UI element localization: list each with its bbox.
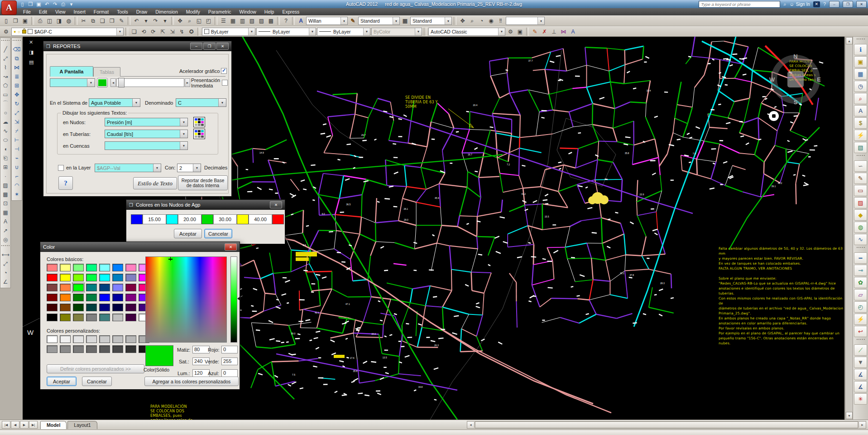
basic-color-27[interactable] xyxy=(86,294,97,301)
copy-icon[interactable]: ⧉ xyxy=(88,16,98,26)
modify-extend-icon[interactable]: ⊢ xyxy=(12,135,21,144)
tab-a-pantalla[interactable]: A Pantalla xyxy=(50,66,93,77)
decimales-combo[interactable]: 2▼ xyxy=(177,164,201,172)
reportes-minimize-button[interactable]: – xyxy=(190,43,202,50)
print-preview-icon[interactable]: ◫ xyxy=(45,16,54,26)
compass-hub[interactable] xyxy=(787,71,804,87)
chart-tool-icon[interactable]: ∿ xyxy=(854,234,867,245)
tuberias-combo-arrow[interactable]: ▼ xyxy=(180,130,187,138)
qat-options-icon[interactable]: ▾ xyxy=(68,1,75,7)
layer-isolate-icon[interactable]: ⇱ xyxy=(158,27,168,36)
basic-color-10[interactable] xyxy=(73,274,84,281)
basic-color-14[interactable] xyxy=(125,274,136,281)
basic-color-33[interactable] xyxy=(60,304,71,311)
make-object-layer-current-icon[interactable]: ❏ xyxy=(129,27,139,36)
draw-line-icon[interactable]: ╱ xyxy=(1,45,10,53)
color-cancelar-button[interactable]: Cancelar xyxy=(82,377,112,386)
dim-radius-icon[interactable]: ◔ xyxy=(1,268,10,277)
layer-previous-icon[interactable]: ⟲ xyxy=(139,27,149,36)
redo-icon[interactable]: ↷ xyxy=(151,16,160,26)
layer-name-combo-arrow[interactable]: ▼ xyxy=(153,164,161,172)
modify-explode-icon[interactable]: ✶ xyxy=(12,190,21,198)
modify-stretch-icon[interactable]: ⇲ xyxy=(12,117,21,126)
navigation-compass[interactable]: N W E S xyxy=(771,55,820,104)
draw-make-block-icon[interactable]: ⊞ xyxy=(1,163,10,171)
node-edit-tool-icon[interactable]: ✎ xyxy=(854,173,867,184)
scale-value-2[interactable]: 30.00 xyxy=(213,214,237,224)
modify-erase-icon[interactable]: ⌫ xyxy=(12,45,21,53)
toolbar-grip[interactable] xyxy=(13,40,21,43)
dim-linear-icon[interactable]: ⟷ xyxy=(1,250,10,259)
color-control-combo[interactable]: ByLayer▼ xyxy=(202,28,255,36)
basic-color-20[interactable] xyxy=(99,284,110,291)
modify-move-icon[interactable]: ✥ xyxy=(12,90,21,99)
draw-mtext-icon[interactable]: A xyxy=(1,217,10,226)
basic-color-8[interactable] xyxy=(47,274,58,281)
scroll-right-button[interactable]: ► xyxy=(858,422,866,428)
dim-style-combo[interactable]: Standard▼ xyxy=(358,17,400,25)
pipe-tool-icon[interactable]: ━ xyxy=(854,252,867,264)
qat-print-icon[interactable]: ⎙ xyxy=(60,1,67,7)
modify-fillet-icon[interactable]: ◠ xyxy=(12,181,21,189)
custom-color-9[interactable] xyxy=(60,345,71,353)
basic-color-9[interactable] xyxy=(60,274,71,281)
basic-color-40[interactable] xyxy=(47,314,58,321)
layer-states-icon[interactable]: ⟳ xyxy=(149,27,158,36)
reportes-close-button[interactable]: ✕ xyxy=(216,43,229,50)
table-report-tool-icon[interactable]: ▦ xyxy=(854,68,867,80)
slider-left-arrow[interactable]: ◄ xyxy=(110,78,116,87)
tuberias-combo[interactable]: Caudal [lt/s]▼ xyxy=(105,130,188,138)
azul-input[interactable]: 0 xyxy=(221,369,238,377)
menu-draw[interactable]: Draw xyxy=(132,9,152,15)
basic-color-13[interactable] xyxy=(112,274,123,281)
luminance-marker[interactable] xyxy=(237,296,240,301)
scale-combo-arrow[interactable]: ▼ xyxy=(87,79,95,87)
basic-color-2[interactable] xyxy=(73,264,84,271)
hue-saturation-field[interactable] xyxy=(145,256,227,343)
sistema-combo[interactable]: Agua Potable▼ xyxy=(89,98,140,107)
scale-slider-track[interactable] xyxy=(116,78,184,87)
workspace-combo-arrow[interactable]: ▼ xyxy=(498,28,505,35)
nudos-color-palette-button[interactable] xyxy=(193,117,205,127)
menu-edit[interactable]: Edit xyxy=(35,9,51,15)
luminance-bar[interactable] xyxy=(230,256,237,343)
menu-express[interactable]: Express xyxy=(278,9,303,15)
exchange-icon[interactable]: ✕ xyxy=(813,1,820,7)
modify-mirror-icon[interactable]: ⋈ xyxy=(12,63,21,72)
next-tab-button[interactable]: ▶ xyxy=(20,421,29,429)
image-tool-icon[interactable]: ▧ xyxy=(854,142,867,153)
tab-layout1[interactable]: Layout1 xyxy=(67,421,97,429)
definir-colores-button[interactable]: Definir colores personalizados >> xyxy=(47,364,144,373)
basic-color-22[interactable] xyxy=(125,284,136,291)
sheet-set-manager-icon[interactable]: ▧ xyxy=(247,16,257,26)
table-style-combo-arrow[interactable]: ▼ xyxy=(445,17,451,24)
zoom-tool-icon[interactable]: ⌕ xyxy=(467,16,477,26)
menu-file[interactable]: File xyxy=(19,9,35,15)
basic-color-38[interactable] xyxy=(125,304,136,311)
verde-input[interactable]: 255 xyxy=(221,358,238,365)
toolbar-grip[interactable] xyxy=(857,339,865,342)
toolbar-grip[interactable] xyxy=(857,155,865,158)
basic-color-21[interactable] xyxy=(112,284,123,291)
basic-color-46[interactable] xyxy=(125,314,136,321)
help-icon[interactable]: ? xyxy=(281,16,291,26)
flash-tool-icon[interactable]: ⚡ xyxy=(854,130,867,141)
custom-color-8[interactable] xyxy=(47,345,58,353)
named-views-icon[interactable]: ◉ xyxy=(486,16,496,26)
toolbar-grip[interactable] xyxy=(1,40,10,43)
basic-color-35[interactable] xyxy=(86,304,97,311)
restore-window-button[interactable]: ❐ xyxy=(843,1,853,8)
first-tab-button[interactable]: |◀ xyxy=(2,421,10,429)
custom-color-1[interactable] xyxy=(60,335,71,343)
help-icon[interactable]: ? xyxy=(823,1,826,7)
slider-right-arrow[interactable]: ► xyxy=(185,78,190,87)
basic-color-42[interactable] xyxy=(73,314,84,321)
modify-offset-icon[interactable]: ≣ xyxy=(12,72,21,81)
hatch-red-tool-icon[interactable]: ▨ xyxy=(854,197,867,208)
custom-color-2[interactable] xyxy=(73,335,84,343)
layer-combo-arrow[interactable]: ▼ xyxy=(116,28,123,35)
delete-duplicates-tool-icon[interactable]: ✗ xyxy=(540,27,549,36)
scroll-down-button[interactable]: ▼ xyxy=(846,412,853,419)
draw-spline-icon[interactable]: ∿ xyxy=(1,126,10,135)
basic-color-5[interactable] xyxy=(112,264,123,271)
